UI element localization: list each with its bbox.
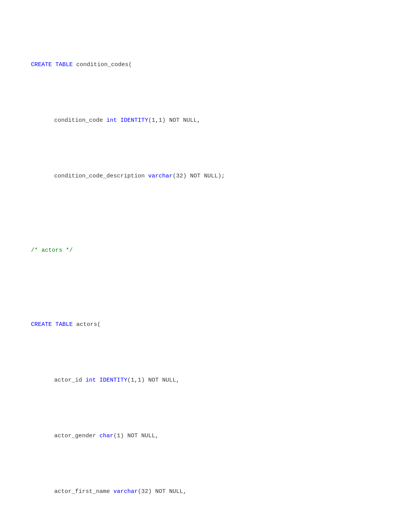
- actors-create: CREATE TABLE actors(: [31, 320, 380, 329]
- blank-line-7: [31, 459, 380, 469]
- col-name-1: condition_code: [54, 117, 106, 124]
- actors-comment: /* actors */: [31, 246, 380, 255]
- actor-gender-col: actor_gender char(1) NOT NULL,: [31, 431, 380, 441]
- col-type-3: int IDENTITY: [86, 377, 127, 384]
- col-params-4: (1) NOT NULL,: [113, 433, 159, 439]
- col-params-5: (32) NOT NULL,: [138, 488, 187, 495]
- condition-codes-name: condition_codes(: [73, 61, 132, 68]
- actors-name: actors(: [73, 321, 101, 328]
- col-type-5: varchar: [113, 488, 138, 495]
- create-table-keyword-2: CREATE TABLE: [31, 321, 73, 328]
- blank-line-1: [31, 88, 380, 97]
- col-params-1: (1,1) NOT NULL,: [148, 117, 200, 124]
- blank-line-2: [31, 144, 380, 153]
- actor-id-col: actor_id int IDENTITY(1,1) NOT NULL,: [31, 376, 380, 385]
- condition-code-desc-col: condition_code_description varchar(32) N…: [31, 172, 380, 181]
- code-container: CREATE TABLE condition_codes( condition_…: [31, 23, 380, 532]
- actor-first-name-col: actor_first_name varchar(32) NOT NULL,: [31, 487, 380, 496]
- blank-line-4: [31, 274, 380, 283]
- col-type-4: char: [99, 433, 113, 439]
- blank-line-3: [31, 200, 380, 209]
- blank-line-8: [31, 515, 380, 524]
- blank-line-5: [31, 348, 380, 357]
- col-type-1: int IDENTITY: [106, 117, 148, 124]
- col-type-2: varchar: [148, 173, 173, 179]
- col-name-4: actor_gender: [54, 433, 99, 439]
- col-params-3: (1,1) NOT NULL,: [127, 377, 180, 384]
- create-table-keyword-1: CREATE TABLE: [31, 61, 73, 68]
- actors-comment-text: /* actors */: [31, 247, 73, 254]
- col-params-2: (32) NOT NULL);: [173, 173, 225, 179]
- blank-line-6: [31, 404, 380, 413]
- condition-code-col: condition_code int IDENTITY(1,1) NOT NUL…: [31, 116, 380, 125]
- col-name-3: actor_id: [54, 377, 86, 384]
- col-name-5: actor_first_name: [54, 488, 113, 495]
- col-name-2: condition_code_description: [54, 173, 148, 179]
- condition-codes-create: CREATE TABLE condition_codes(: [31, 60, 380, 70]
